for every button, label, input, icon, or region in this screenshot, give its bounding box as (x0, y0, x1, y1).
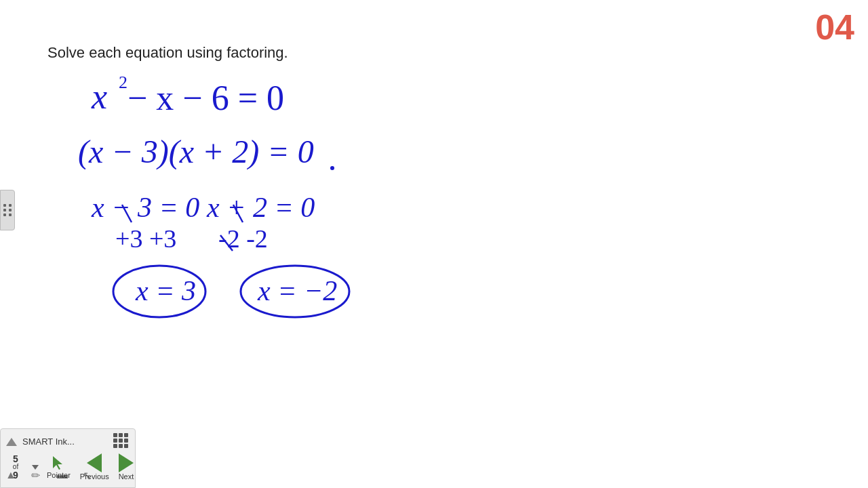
side-panel-toggle[interactable] (0, 190, 15, 230)
svg-text:x = 3: x = 3 (135, 275, 196, 306)
svg-text:+3  +3: +3 +3 (115, 224, 176, 253)
svg-text:x + 2 = 0: x + 2 = 0 (206, 192, 315, 223)
next-label: Next (119, 472, 134, 481)
svg-text:2: 2 (119, 73, 127, 92)
bottom-icon-2[interactable]: ✏ (31, 469, 45, 483)
math-content: x 2 − x − 6 = 0 (x − 3)(x + 2) = 0 x − 3… (41, 68, 448, 409)
bottom-icons-row: ▲ ✏ ▬ ↖ (5, 469, 96, 483)
svg-point-4 (330, 166, 334, 170)
slide-current: 5 (13, 454, 18, 464)
svg-text:− x − 6 = 0: − x − 6 = 0 (127, 79, 284, 117)
toolbar-title: SMART Ink... (22, 436, 113, 447)
next-button[interactable]: Next (116, 452, 137, 482)
page-number: 04 (815, 7, 854, 47)
grid-button[interactable] (113, 433, 130, 449)
toolbar-expand-button[interactable] (6, 438, 17, 446)
svg-marker-16 (53, 456, 62, 470)
svg-text:x = −2: x = −2 (257, 275, 337, 306)
next-arrow-icon (119, 453, 134, 472)
instruction-text: Solve each equation using factoring. (47, 44, 288, 62)
bottom-icon-4[interactable]: ↖ (83, 469, 96, 483)
svg-text:-2  -2: -2 -2 (218, 224, 268, 253)
bottom-icon-1[interactable]: ▲ (5, 469, 19, 483)
svg-text:x − 3 = 0: x − 3 = 0 (91, 192, 199, 223)
toolbar-header: SMART Ink... (6, 433, 130, 449)
svg-text:(x − 3)(x + 2) = 0: (x − 3)(x + 2) = 0 (78, 134, 314, 170)
bottom-icon-3[interactable]: ▬ (57, 469, 71, 483)
svg-text:x: x (91, 77, 107, 116)
